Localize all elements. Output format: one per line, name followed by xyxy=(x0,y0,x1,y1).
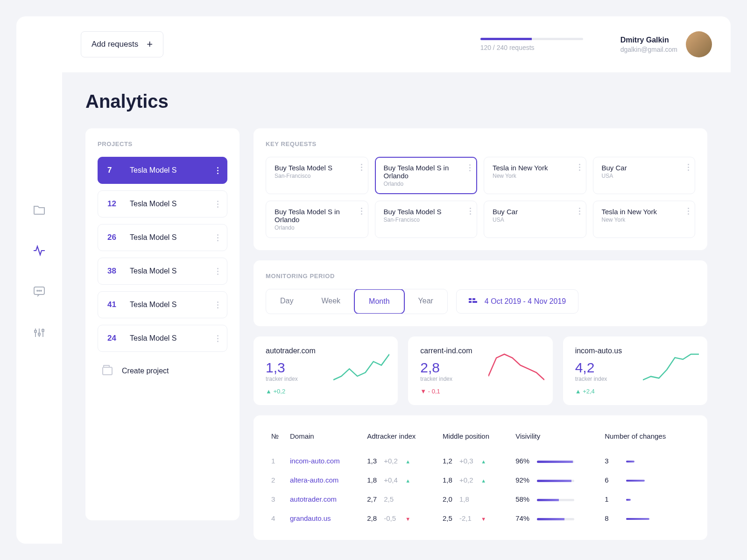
avatar[interactable] xyxy=(686,31,712,57)
key-requests-panel: KEY REQUESTS Buy Tesla Model SSan-Franci… xyxy=(254,128,707,250)
more-icon[interactable] xyxy=(217,268,218,275)
tab-day[interactable]: Day xyxy=(266,289,307,314)
request-title: Buy Tesla Model S in Orlando xyxy=(384,164,469,180)
cell-adtracker: 1,8+0,4 ▲ xyxy=(363,470,439,490)
monitoring-period-heading: MONITORING PERIOD xyxy=(266,273,695,280)
col-adtracker: Adtracker index xyxy=(363,427,439,451)
sparkline-chart xyxy=(643,350,699,382)
project-number: 26 xyxy=(107,233,119,242)
more-icon[interactable] xyxy=(217,335,218,342)
projects-panel: PROJECTS 7Tesla Model S12Tesla Model S26… xyxy=(85,128,240,520)
project-item[interactable]: 26Tesla Model S xyxy=(98,224,227,251)
project-item[interactable]: 38Tesla Model S xyxy=(98,258,227,285)
cell-middle: 2,01,8 xyxy=(439,490,512,509)
cell-visibility: 96% xyxy=(512,451,601,470)
svg-point-2 xyxy=(39,290,40,291)
requests-quota-label: 120 / 240 requests xyxy=(480,44,583,51)
cell-adtracker: 2,8-0,5 ▼ xyxy=(363,509,439,528)
project-item[interactable]: 24Tesla Model S xyxy=(98,325,227,352)
create-project-button[interactable]: Create project xyxy=(98,358,227,384)
tracker-card[interactable]: carrent-ind.com2,8tracker index▼ - 0,1 xyxy=(408,336,552,405)
cell-middle: 1,8+0,2 ▲ xyxy=(439,470,512,490)
request-card[interactable]: Buy Tesla Model SSan-Francisco xyxy=(266,157,368,194)
user-name: Dmitry Galkin xyxy=(620,36,677,44)
request-title: Buy Tesla Model S in Orlando xyxy=(275,208,359,224)
folder-icon[interactable] xyxy=(33,203,46,216)
more-icon[interactable] xyxy=(688,208,689,215)
request-card[interactable]: Buy Tesla Model SSan-Francisco xyxy=(375,201,478,238)
monitoring-period-panel: MONITORING PERIOD Day Week Month Year 4 … xyxy=(254,260,707,326)
cell-domain[interactable]: incom-auto.com xyxy=(286,451,363,470)
plus-icon: + xyxy=(147,39,153,49)
request-title: Buy Tesla Model S xyxy=(275,164,359,172)
more-icon[interactable] xyxy=(579,164,580,171)
user-email: dgalkin@gmail.com xyxy=(620,46,677,53)
tab-year[interactable]: Year xyxy=(404,289,447,314)
add-requests-label: Add requests xyxy=(92,40,138,49)
more-icon[interactable] xyxy=(579,208,580,215)
request-location: New York xyxy=(602,217,687,223)
request-card[interactable]: Tesla in New YorkNew York xyxy=(593,201,696,238)
project-name: Tesla Model S xyxy=(130,267,177,275)
cell-changes: 3 xyxy=(601,451,693,470)
more-icon[interactable] xyxy=(217,201,218,208)
cell-adtracker: 1,3+0,2 ▲ xyxy=(363,451,439,470)
request-location: Orlando xyxy=(384,181,469,187)
project-number: 7 xyxy=(107,166,119,175)
cell-visibility: 58% xyxy=(512,490,601,509)
request-location: San-Francisco xyxy=(384,217,469,223)
svg-rect-6 xyxy=(42,329,44,331)
request-card[interactable]: Buy CarUSA xyxy=(593,157,696,194)
col-domain: Domain xyxy=(286,427,363,451)
more-icon[interactable] xyxy=(361,164,362,171)
request-card[interactable]: Buy CarUSA xyxy=(484,201,586,238)
domains-table-panel: № Domain Adtracker index Middle position… xyxy=(254,415,707,540)
requests-quota: 120 / 240 requests xyxy=(480,38,583,51)
col-changes: Number of changes xyxy=(601,427,693,451)
chat-icon[interactable] xyxy=(33,285,46,298)
table-row: 1incom-auto.com1,3+0,2 ▲1,2+0,3 ▲96%3 xyxy=(268,451,693,470)
tab-month[interactable]: Month xyxy=(354,289,404,314)
request-card[interactable]: Buy Tesla Model S in OrlandoOrlando xyxy=(266,201,368,238)
date-range-label: 4 Oct 2019 - 4 Nov 2019 xyxy=(485,297,566,306)
request-title: Buy Car xyxy=(602,164,687,172)
tracker-card[interactable]: autotrader.com1,3tracker index▲ +0,2 xyxy=(254,336,398,405)
svg-point-1 xyxy=(37,290,38,291)
settings-icon[interactable] xyxy=(33,326,46,339)
tracker-delta: ▲ +2,4 xyxy=(575,388,695,395)
table-row: 4grandauto.us2,8-0,5 ▼2,5-2,1 ▼74%8 xyxy=(268,509,693,528)
request-title: Tesla in New York xyxy=(602,208,687,216)
cell-num: 1 xyxy=(268,451,286,470)
sparkline-chart xyxy=(333,350,389,382)
project-name: Tesla Model S xyxy=(130,200,177,208)
user-menu[interactable]: Dmitry Galkin dgalkin@gmail.com xyxy=(620,31,712,57)
activity-icon[interactable] xyxy=(33,244,46,257)
tab-week[interactable]: Week xyxy=(307,289,354,314)
cell-domain[interactable]: grandauto.us xyxy=(286,509,363,528)
more-icon[interactable] xyxy=(217,167,218,174)
project-name: Tesla Model S xyxy=(130,301,177,309)
svg-rect-4 xyxy=(35,330,36,332)
cell-domain[interactable]: autotrader.com xyxy=(286,490,363,509)
more-icon[interactable] xyxy=(470,208,471,215)
project-item[interactable]: 12Tesla Model S xyxy=(98,190,227,217)
more-icon[interactable] xyxy=(361,208,362,215)
topbar: Add requests + 120 / 240 requests Dmitry… xyxy=(62,16,731,72)
add-requests-button[interactable]: Add requests + xyxy=(81,31,163,57)
request-title: Buy Car xyxy=(493,208,578,216)
request-card[interactable]: Tesla in New YorkNew York xyxy=(484,157,586,194)
tracker-card[interactable]: incom-auto.us4,2tracker index▲ +2,4 xyxy=(563,336,707,405)
date-range-picker[interactable]: 4 Oct 2019 - 4 Nov 2019 xyxy=(456,289,578,314)
project-item[interactable]: 41Tesla Model S xyxy=(98,291,227,318)
cell-domain[interactable]: altera-auto.com xyxy=(286,470,363,490)
table-row: 3autotrader.com2,72,5 2,01,8 58%1 xyxy=(268,490,693,509)
create-project-label: Create project xyxy=(122,367,169,375)
more-icon[interactable] xyxy=(217,234,218,241)
project-name: Tesla Model S xyxy=(130,166,177,175)
more-icon[interactable] xyxy=(688,164,689,171)
project-item[interactable]: 7Tesla Model S xyxy=(98,157,227,184)
more-icon[interactable] xyxy=(217,301,218,308)
request-card[interactable]: Buy Tesla Model S in OrlandoOrlando xyxy=(375,157,478,194)
project-number: 12 xyxy=(107,199,119,209)
more-icon[interactable] xyxy=(469,164,471,171)
